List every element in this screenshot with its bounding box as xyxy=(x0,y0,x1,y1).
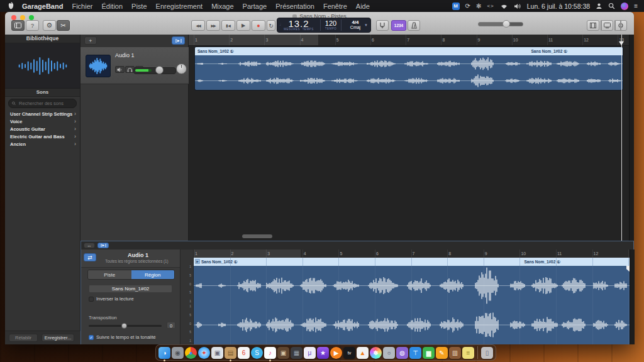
count-in-button[interactable]: 1234 xyxy=(391,20,406,31)
dock-icon-chrome[interactable]: ● xyxy=(185,347,197,359)
chevron-down-icon[interactable]: ▼ xyxy=(364,23,368,27)
library-toggle-button[interactable] xyxy=(11,20,25,31)
editors-button[interactable]: ✂ xyxy=(57,20,70,31)
catch-playhead-button[interactable] xyxy=(172,36,185,45)
cycle-button[interactable]: ↻ xyxy=(267,20,275,31)
play-button[interactable]: ▶ xyxy=(236,20,250,31)
follow-tempo-checkbox[interactable]: ✓ xyxy=(89,335,94,340)
dock-icon-numbers[interactable]: ▆ xyxy=(423,347,435,359)
add-track-button[interactable]: + xyxy=(84,36,97,45)
dock-icon-finder[interactable]: ◑ xyxy=(158,347,170,359)
rewind-button[interactable]: ◀◀ xyxy=(191,20,205,31)
volume-icon[interactable] xyxy=(514,3,521,9)
zoom-fit-button[interactable]: ↔ xyxy=(84,243,95,248)
dock-icon-vlc[interactable]: ▲ xyxy=(357,347,369,359)
dock-icon-calendar[interactable]: 6 xyxy=(238,347,250,359)
follow-tempo-row[interactable]: ✓ Suivre le tempo et la tonalité xyxy=(89,334,156,340)
wifi-icon[interactable] xyxy=(500,3,508,9)
lcd-display[interactable]: ♩ 13.2 MESURES TEMPS 120 TEMPO 4/4 Cmaj … xyxy=(277,18,371,33)
menu-item[interactable]: Fichier xyxy=(72,3,92,10)
menu-clock[interactable]: Lun. 6 juil. à 10:58:38 xyxy=(527,3,590,10)
apple-menu[interactable] xyxy=(8,2,14,10)
tuner-button[interactable] xyxy=(376,20,389,31)
audio-region-main[interactable]: Sans Nom_1#02 ① Sans Nom_1#02 ① xyxy=(195,47,623,90)
track-row-audio1[interactable]: Audio 1 xyxy=(80,47,189,84)
search-input[interactable] xyxy=(18,100,73,107)
library-item[interactable]: User Channel Strip Settings› xyxy=(5,110,80,118)
sync-icon[interactable]: ⟳ xyxy=(465,3,470,9)
volume-knob[interactable] xyxy=(502,20,510,28)
media-browser-button[interactable] xyxy=(587,20,599,31)
user-icon[interactable] xyxy=(596,3,602,9)
dock-icon-musescore[interactable]: μ xyxy=(304,347,316,359)
library-item[interactable]: Voice› xyxy=(5,118,80,125)
tab-region[interactable]: Région xyxy=(131,270,175,279)
editor-region-header[interactable]: ▸Sans Nom_1#02 ① Sans Nom_1#02 ① xyxy=(194,258,630,266)
horizontal-scrollbar[interactable] xyxy=(242,234,272,238)
dock-icon-orange-play[interactable]: ▶ xyxy=(330,347,342,359)
library-item[interactable]: Ancien› xyxy=(5,140,80,148)
dock-icon-dark-utility[interactable]: ▦ xyxy=(291,347,303,359)
playhead-line[interactable] xyxy=(621,35,622,241)
region-name-field[interactable] xyxy=(89,285,172,293)
dock-icon-notes-tan[interactable]: ▤ xyxy=(225,347,236,359)
dock-icon-imovie[interactable]: ★ xyxy=(317,347,329,359)
dock-icon-pages-orange[interactable]: ✎ xyxy=(436,347,448,359)
siri-icon[interactable] xyxy=(621,3,628,10)
dock-icon-safari[interactable]: ✦ xyxy=(198,347,210,359)
code-brackets-icon[interactable]: <> xyxy=(487,3,494,9)
transpose-knob[interactable] xyxy=(121,323,127,329)
display-button[interactable] xyxy=(601,20,613,31)
dock-icon-books-brown[interactable]: ▥ xyxy=(449,347,461,359)
main-ruler[interactable]: 12345678910111213 xyxy=(189,35,629,46)
master-volume-slider[interactable] xyxy=(478,22,523,26)
region-play-icon[interactable]: ▸ xyxy=(195,259,200,264)
dock-icon-stickies[interactable]: ≡ xyxy=(462,347,474,359)
dock-icon-music[interactable]: ♪ xyxy=(264,347,276,359)
menu-item[interactable]: Édition xyxy=(101,3,123,10)
tab-piste[interactable]: Piste xyxy=(88,270,131,279)
fader-knob[interactable] xyxy=(155,66,164,74)
dock-icon-gray-utility[interactable]: ◉ xyxy=(172,347,184,359)
dock-icon-keynote[interactable]: ⊤ xyxy=(409,347,421,359)
dock-icon-skype[interactable]: S xyxy=(251,347,263,359)
go-to-beginning-button[interactable]: ▮◀ xyxy=(221,20,235,31)
zoom-button[interactable] xyxy=(29,15,34,20)
editor-ruler[interactable]: 12345678910111213 xyxy=(194,250,630,258)
dock-icon-photo-booth[interactable]: ▣ xyxy=(277,347,289,359)
reverse-playback-row[interactable]: Inverser la lecture xyxy=(89,296,134,302)
menu-item[interactable]: Fenêtre xyxy=(323,3,347,10)
fan-icon[interactable]: ✻ xyxy=(476,3,481,9)
save-button[interactable]: Enregistrer... xyxy=(42,334,74,342)
menu-item[interactable]: Mixage xyxy=(211,3,233,10)
dock-icon-gray-search[interactable]: ○ xyxy=(383,347,395,359)
library-item[interactable]: Acoustic Guitar› xyxy=(5,125,80,133)
editor-catch-playhead-button[interactable] xyxy=(97,243,109,248)
menu-item[interactable]: Aide xyxy=(356,3,370,10)
transpose-slider[interactable] xyxy=(89,325,162,327)
library-search[interactable] xyxy=(8,99,77,108)
dock-icon-preview[interactable]: ▣ xyxy=(211,347,223,359)
close-button[interactable] xyxy=(11,15,16,20)
quick-help-button[interactable]: ? xyxy=(26,20,39,31)
menu-app-name[interactable]: GarageBand xyxy=(22,3,63,10)
pan-knob[interactable] xyxy=(176,63,187,74)
revert-button[interactable]: Rétablir xyxy=(9,334,38,342)
library-item[interactable]: Electric Guitar and Bass› xyxy=(5,133,80,140)
reverse-checkbox[interactable] xyxy=(89,297,94,302)
mute-button[interactable] xyxy=(115,66,125,73)
m-app-icon[interactable]: M xyxy=(452,3,460,10)
audio-region-editor[interactable]: ▸Sans Nom_1#02 ① Sans Nom_1#02 ① xyxy=(194,258,630,344)
notification-center-icon[interactable]: ≡ xyxy=(634,3,638,9)
menu-item[interactable]: Partage xyxy=(243,3,267,10)
smart-controls-button[interactable]: ⚙ xyxy=(43,20,56,31)
dock-icon-trash[interactable]: ▯ xyxy=(481,347,493,359)
dock-icon-apple-tv[interactable]: tv xyxy=(343,347,355,359)
spotlight-icon[interactable] xyxy=(608,3,615,9)
track-volume-fader[interactable] xyxy=(133,67,176,74)
menu-item[interactable]: Présentation xyxy=(275,3,314,10)
metronome-button[interactable] xyxy=(408,20,420,31)
forward-button[interactable]: ▶▶ xyxy=(206,20,220,31)
track-name[interactable]: Audio 1 xyxy=(115,52,135,58)
menu-item[interactable]: Enregistrement xyxy=(156,3,203,10)
